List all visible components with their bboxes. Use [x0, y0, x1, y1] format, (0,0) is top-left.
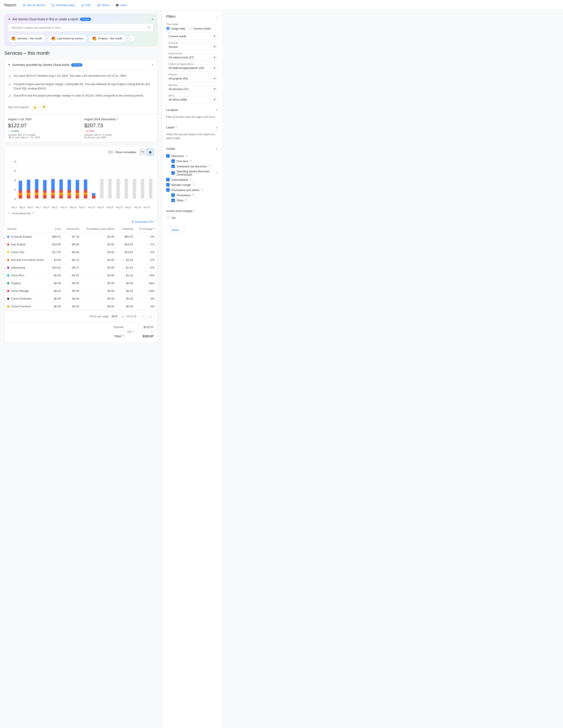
svg-rect-54 [149, 179, 152, 198]
gemini-collapse-icon[interactable]: ∧ [151, 18, 154, 21]
gemini-input-wrapper: ✎ [8, 23, 154, 32]
current-month-select[interactable]: Current month Last month Last 3 months C… [166, 33, 218, 40]
services-table: Service Cost Discounts Promotions and ot… [5, 225, 157, 310]
invoice-charges-help-icon[interactable]: ? [193, 210, 195, 213]
projects-select[interactable]: All projects (55) [166, 75, 218, 82]
change-help-icon[interactable]: ? [153, 227, 154, 230]
promotions-cell: $0.00 [82, 303, 117, 310]
chart-controls: Show cumulative 〜 ▦ [5, 146, 157, 158]
other-help-icon[interactable]: ? [185, 199, 187, 202]
discounts-check-icon [166, 154, 170, 158]
prev-page-btn[interactable]: ‹ [140, 313, 146, 319]
change-cell: ↓ 6% [135, 264, 157, 272]
col-change: % Change ? [135, 225, 157, 233]
promotions-checkbox[interactable]: Promotions ? [166, 193, 218, 198]
filter-credits: Credits ∧ Discounts ? Free tiers ? Susta… [166, 145, 218, 204]
cost-cell: $0.00 [49, 295, 63, 303]
metric-forecasted: August 2024 (forecasted) ? $207.73 ↑ 0.7… [81, 114, 157, 142]
svg-rect-48 [100, 179, 103, 198]
line-chart-btn[interactable]: 〜 [139, 149, 146, 156]
see-all-reports-link[interactable]: ☰ See all reports [21, 2, 47, 8]
forecast-help-icon[interactable]: ? [32, 212, 34, 215]
print-link[interactable]: 🖨 Print [79, 2, 93, 8]
group-by-select[interactable]: Service Project SKU [166, 43, 218, 50]
thumbs-down-btn[interactable]: 👎 [40, 104, 47, 110]
invoice-month-option[interactable]: Invoice month [189, 27, 211, 30]
summary-card-header: ✦ Summary provided by Gemini Cloud Assis… [5, 60, 157, 70]
metric-forecasted-date: August 2024 (forecasted) ? [84, 118, 154, 121]
tax-checkbox-item[interactable]: Tax [166, 214, 218, 221]
forecasted-legend: Forecasted cost ? [5, 210, 157, 218]
cost-cell: $10.91 [49, 264, 63, 272]
svg-rect-37 [67, 194, 71, 195]
summary-item-3: ↗ Cloud Run had the largest percentage c… [8, 93, 154, 99]
share-link[interactable]: 🔗 Share [95, 2, 111, 8]
credits-header[interactable]: Credits ∧ [166, 145, 218, 152]
summary-collapse-icon[interactable]: ∧ [151, 63, 154, 67]
gemini-input[interactable] [11, 26, 146, 29]
promotions-help-icon[interactable]: ? [192, 194, 194, 197]
labels-help-icon[interactable]: ? [175, 126, 177, 129]
quick-tab-projects[interactable]: Projects – this month [89, 35, 126, 42]
reseller-margin-checkbox[interactable]: Reseller margin ? [166, 182, 218, 187]
thumbs-up-btn[interactable]: 👍 [31, 104, 38, 110]
filters-collapse-btn[interactable]: › [217, 15, 218, 18]
usage-date-radio[interactable] [166, 27, 170, 30]
gemini-preview-badge: Preview [80, 18, 91, 21]
free-tiers-checkbox[interactable]: Free tiers ? [166, 159, 218, 164]
spending-based-checkbox[interactable]: Spending based discounts (contractual) ? [166, 169, 218, 177]
generate-query-link[interactable]: 🔍 Generate query [49, 2, 77, 8]
svg-text:$2: $2 [14, 188, 17, 191]
reseller-help-icon[interactable]: ? [193, 183, 194, 186]
services-select[interactable]: All services (47) [166, 86, 218, 93]
feedback-row: Was this helpful? 👍 👎 [8, 102, 154, 110]
rows-select[interactable]: 10 25 50 [111, 314, 118, 318]
spending-help-icon[interactable]: ? [216, 171, 218, 174]
subscriptions-help-icon[interactable]: ? [190, 178, 191, 181]
svg-rect-45 [84, 194, 87, 195]
sustained-use-checkbox[interactable]: Sustained use discounts ? [166, 164, 218, 169]
promotions-others-help-icon[interactable]: ? [201, 188, 203, 191]
filter-skus: SKUs All SKUs (408) [166, 96, 218, 103]
free-tiers-help-icon[interactable]: ? [190, 160, 192, 163]
quick-tab-last-invoice[interactable]: Last invoice by service [48, 35, 87, 42]
labels-header[interactable]: Labels ? ∨ [166, 124, 218, 131]
subaccounts-select[interactable]: All subaccounts (27) [166, 54, 218, 61]
total-value: $122.07 [141, 334, 154, 338]
filters-header: Filters › [166, 15, 218, 19]
total-help-icon[interactable]: ? [122, 335, 123, 338]
sustained-help-icon[interactable]: ? [209, 165, 210, 168]
skus-select[interactable]: All SKUs (408) [166, 96, 218, 103]
bar-chart-btn[interactable]: ▦ [147, 149, 154, 156]
reset-filters-btn[interactable]: Reset [166, 226, 184, 233]
svg-text:$8: $8 [14, 160, 17, 163]
download-csv-link[interactable]: ⬇ Download CSV [131, 220, 154, 223]
folders-select[interactable]: All folders/organizations (28) [166, 64, 218, 72]
next-page-btn[interactable]: › [148, 313, 154, 319]
discounts-checkbox[interactable]: Discounts ? [166, 153, 218, 159]
locations-header[interactable]: Locations ∨ [166, 107, 218, 113]
subscriptions-checkbox[interactable]: Subscriptions ? [166, 177, 218, 182]
other-checkbox[interactable]: Other ? [166, 198, 218, 203]
svg-text:$6: $6 [14, 170, 17, 172]
trend-icon-1: ↗ [8, 74, 11, 79]
discounts-help-icon[interactable]: ? [185, 154, 187, 157]
skus-wrap: SKUs All SKUs (408) [166, 96, 218, 103]
usage-date-option[interactable]: Usage date [166, 27, 185, 30]
invoice-month-radio[interactable] [189, 27, 192, 30]
table-row: Support $0.59 -$0.03 $0.00 $0.56 New [5, 279, 157, 287]
learn-link[interactable]: 🎓 Learn [113, 2, 129, 8]
labels-desc: Select the key and values of the labels … [166, 131, 218, 142]
subtotal-value: $122.07 [141, 325, 154, 329]
tax-help-icon[interactable]: ? [132, 330, 134, 333]
cumulative-toggle[interactable]: Show cumulative [107, 150, 136, 154]
table-row: Cloud SQL $17.50 -$0.88 $0.00 $16.62 ↓ 4… [5, 248, 157, 256]
promotions-others-checkbox[interactable]: Promotions and others ? [166, 187, 218, 193]
time-range-radio: Usage date Invoice month [166, 27, 218, 30]
quick-tab-services[interactable]: Services – this month [8, 35, 46, 42]
discounts-cell: $0.00 [63, 287, 82, 295]
group-by-wrap: Group by Service Project SKU [166, 43, 218, 50]
svg-rect-17 [27, 194, 30, 196]
scroll-right-arrow[interactable]: › [128, 35, 135, 42]
forecasted-help-icon[interactable]: ? [117, 118, 118, 121]
